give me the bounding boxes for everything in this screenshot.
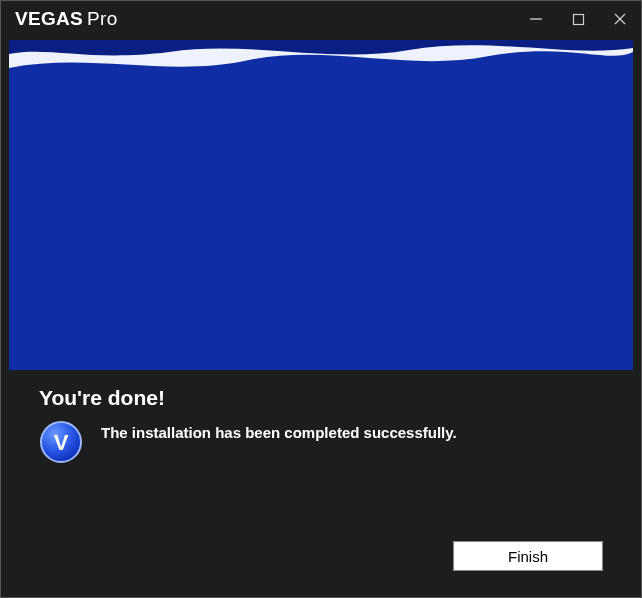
finish-button[interactable]: Finish <box>453 541 603 571</box>
maximize-icon <box>572 13 585 26</box>
window-controls <box>515 1 641 37</box>
minimize-icon <box>529 12 543 26</box>
app-brand: VEGAS Pro <box>15 8 118 30</box>
completion-heading: You're done! <box>39 386 603 410</box>
installer-window: VEGAS Pro <box>0 0 642 598</box>
vegas-v-icon: V <box>39 420 83 464</box>
titlebar: VEGAS Pro <box>1 1 641 37</box>
close-icon <box>613 12 627 26</box>
svg-rect-1 <box>573 14 583 24</box>
content-area: You're done! V The installation has been… <box>1 370 641 597</box>
hero-banner <box>9 40 633 370</box>
maximize-button[interactable] <box>557 1 599 37</box>
svg-text:V: V <box>54 430 69 455</box>
brand-light: Pro <box>87 8 117 30</box>
wave-art <box>9 40 633 370</box>
brand-bold: VEGAS <box>15 8 83 30</box>
completion-message: The installation has been completed succ… <box>101 420 457 443</box>
footer: Finish <box>39 541 603 585</box>
minimize-button[interactable] <box>515 1 557 37</box>
app-icon: V <box>39 420 83 464</box>
close-button[interactable] <box>599 1 641 37</box>
message-row: V The installation has been completed su… <box>39 420 603 464</box>
